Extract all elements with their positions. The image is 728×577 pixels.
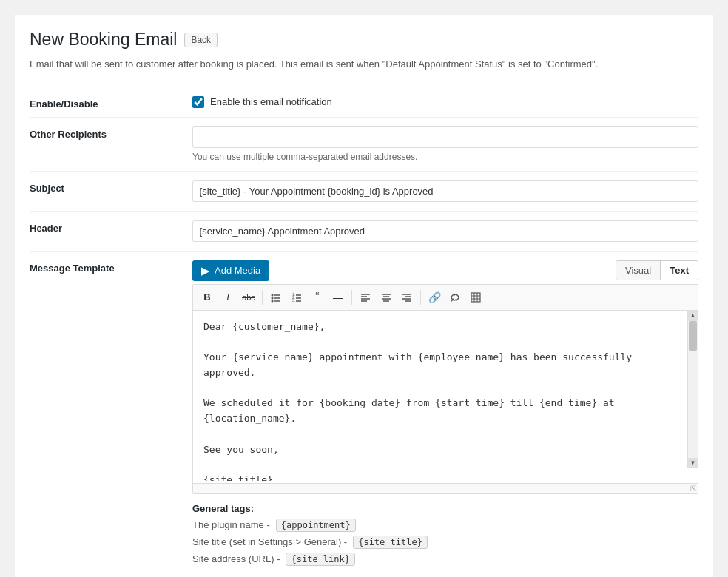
page-description: Email that will be sent to customer afte… (30, 57, 698, 72)
tag-label-2: Site address (URL) - (192, 553, 280, 564)
subject-field (178, 172, 698, 211)
editor-resize-handle[interactable]: ⇱ (193, 483, 698, 493)
other-recipients-row: Other Recipients You can use multiple co… (30, 117, 698, 171)
toolbar-hr[interactable]: — (328, 288, 348, 307)
page-wrap: New Booking Email Back Email that will b… (15, 15, 713, 577)
view-tabs: Visual Text (616, 260, 698, 280)
back-button[interactable]: Back (184, 33, 218, 47)
enable-checkbox[interactable] (192, 96, 204, 108)
toolbar-blockquote[interactable]: “ (308, 288, 327, 307)
scroll-up-arrow[interactable]: ▲ (688, 311, 698, 321)
enable-disable-row: Enable/Disable Enable this email notific… (30, 87, 698, 117)
tag-row-0: The plugin name - {appointment} (192, 519, 698, 532)
editor-textarea[interactable]: Dear {customer_name}, Your {service_name… (193, 311, 698, 481)
scroll-track (688, 321, 698, 458)
subject-label: Subject (30, 172, 178, 211)
other-recipients-field: You can use multiple comma-separated ema… (178, 118, 698, 171)
message-template-row: Message Template ▶ Add Media Visual Text… (30, 251, 698, 578)
header-row: Header (30, 211, 698, 251)
general-tags-title: General tags: (192, 503, 698, 514)
toolbar-bold[interactable]: B (198, 288, 217, 307)
header-field (178, 212, 698, 251)
svg-point-2 (272, 297, 274, 299)
scroll-down-arrow[interactable]: ▼ (688, 458, 698, 468)
svg-point-0 (272, 294, 274, 296)
other-recipients-label: Other Recipients (30, 118, 178, 171)
svg-text:3.: 3. (292, 298, 295, 303)
svg-point-4 (272, 300, 274, 302)
toolbar-align-center[interactable] (377, 288, 396, 307)
header-label: Header (30, 212, 178, 251)
tag-row-2: Site address (URL) - {site_link} (192, 553, 698, 566)
general-tags: General tags: The plugin name - {appoint… (192, 503, 698, 566)
toolbar-divider-1 (262, 290, 263, 305)
enable-checkbox-label: Enable this email notification (210, 96, 332, 107)
toolbar-strikethrough[interactable]: abc (239, 288, 258, 307)
editor-toolbar: B I abc 1.2.3. “ — (193, 285, 698, 311)
toolbar-align-right[interactable] (397, 288, 417, 307)
toolbar-divider-3 (420, 290, 421, 305)
tag-label-0: The plugin name - (192, 519, 270, 530)
toolbar-unordered-list[interactable] (266, 288, 286, 307)
add-media-button[interactable]: ▶ Add Media (192, 260, 269, 281)
other-recipients-hint: You can use multiple comma-separated ema… (192, 152, 698, 162)
toolbar-table[interactable] (466, 288, 485, 307)
add-media-label: Add Media (215, 265, 260, 276)
toolbar-italic[interactable]: I (218, 288, 237, 307)
title-row: New Booking Email Back (30, 30, 698, 50)
add-media-icon: ▶ (201, 264, 210, 277)
toolbar-unlink[interactable] (445, 288, 465, 307)
resize-icon: ⇱ (690, 485, 696, 493)
editor-scrollbar[interactable]: ▲ ▼ (687, 311, 698, 468)
tag-chip-0: {appointment} (276, 519, 356, 532)
toolbar-ordered-list[interactable]: 1.2.3. (287, 288, 306, 307)
tab-visual[interactable]: Visual (616, 261, 661, 280)
tab-text[interactable]: Text (661, 261, 698, 280)
editor-body: Dear {customer_name}, Your {service_name… (193, 311, 698, 483)
editor-container: B I abc 1.2.3. “ — (192, 284, 698, 494)
other-recipients-input[interactable] (192, 126, 698, 148)
header-input[interactable] (192, 220, 698, 242)
message-template-label: Message Template (30, 252, 178, 578)
message-template-field: ▶ Add Media Visual Text B I abc (178, 252, 698, 578)
tag-label-1: Site title (set in Settings > General) - (192, 536, 347, 547)
tag-chip-1: {site_title} (353, 536, 428, 549)
enable-disable-field: Enable this email notification (178, 87, 698, 117)
tag-row-1: Site title (set in Settings > General) -… (192, 536, 698, 549)
subject-row: Subject (30, 171, 698, 211)
svg-rect-24 (471, 293, 480, 302)
subject-input[interactable] (192, 180, 698, 202)
media-bar: ▶ Add Media Visual Text (192, 260, 698, 281)
toolbar-divider-2 (351, 290, 352, 305)
page-title: New Booking Email (30, 30, 177, 50)
toolbar-link[interactable]: 🔗 (425, 288, 444, 307)
enable-disable-label: Enable/Disable (30, 87, 178, 117)
toolbar-align-left[interactable] (356, 288, 375, 307)
tag-chip-2: {site_link} (286, 553, 354, 566)
scroll-thumb (689, 321, 697, 351)
